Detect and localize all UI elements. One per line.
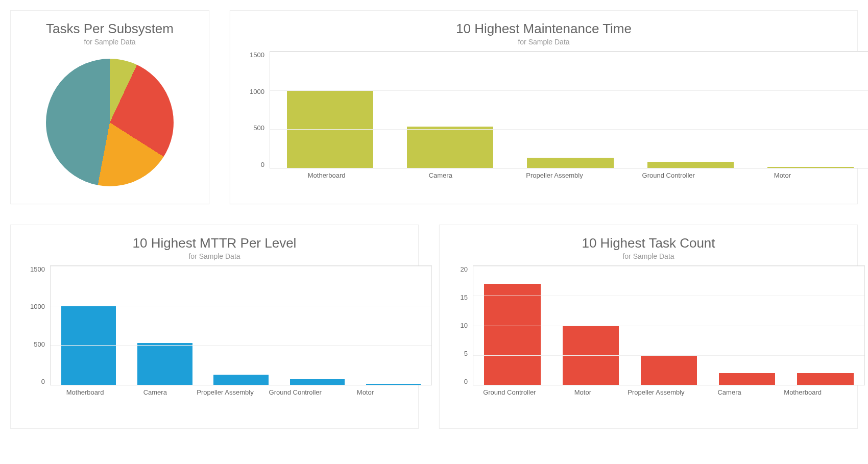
gridline — [270, 129, 868, 130]
y-tick-label: 1500 — [30, 265, 45, 273]
bar-slot — [751, 52, 868, 168]
x-tick-label: Propeller Assembly — [190, 388, 260, 396]
chart-title: Tasks Per Subsystem — [23, 21, 196, 37]
gridline — [473, 296, 864, 296]
bar — [407, 127, 493, 168]
chart-subtitle: for Sample Data — [23, 252, 405, 260]
y-tick-label: 15 — [461, 294, 468, 301]
bar-chart: 150010005000 — [50, 265, 432, 385]
x-tick-label: Camera — [120, 388, 190, 396]
x-tick-label: Motherboard — [766, 388, 839, 396]
gridline — [270, 52, 868, 52]
dashboard-row-1: Tasks Per Subsystem for Sample Data 10 H… — [10, 10, 858, 204]
y-tick-label: 0 — [261, 161, 264, 168]
y-tick-label: 5 — [464, 350, 468, 357]
y-tick-label: 1500 — [250, 51, 264, 59]
bar — [213, 375, 268, 385]
chart-subtitle: for Sample Data — [452, 252, 845, 260]
gridline — [473, 266, 864, 266]
bar — [719, 373, 775, 385]
bar-slot — [510, 52, 630, 168]
x-tick-label: Motor — [726, 172, 839, 179]
x-tick-label: Ground Controller — [260, 388, 330, 396]
bar-slot — [631, 52, 751, 168]
y-tick-label: 500 — [34, 340, 45, 348]
x-tick-label: Propeller Assembly — [497, 172, 611, 179]
y-tick-label: 20 — [461, 265, 468, 273]
dashboard: Tasks Per Subsystem for Sample Data 10 H… — [0, 0, 868, 439]
bar — [641, 355, 697, 385]
gridline — [270, 90, 868, 91]
chart-subtitle: for Sample Data — [243, 38, 845, 46]
bar-slot — [127, 266, 203, 385]
bar-chart: 150010005000 — [270, 51, 868, 168]
x-tick-label: Motor — [546, 388, 620, 396]
bar — [290, 379, 345, 385]
bar-chart: 20151050 — [473, 265, 865, 385]
gridline — [51, 306, 431, 306]
bar — [484, 284, 540, 385]
y-axis: 150010005000 — [243, 51, 268, 168]
x-tick-label: Motherboard — [50, 388, 120, 396]
bar-slot — [355, 266, 431, 385]
x-tick-label: Motherboard — [270, 172, 383, 179]
x-axis-labels: MotherboardCameraPropeller AssemblyGroun… — [270, 172, 839, 179]
panel-highest-maintenance-time: 10 Highest Maintenance Time for Sample D… — [230, 10, 858, 204]
bar — [527, 158, 613, 168]
panel-tasks-per-subsystem: Tasks Per Subsystem for Sample Data — [10, 10, 209, 204]
chart-title: 10 Highest MTTR Per Level — [23, 235, 405, 251]
y-tick-label: 0 — [41, 378, 45, 385]
x-tick-label: Motor — [330, 388, 400, 396]
plot-area — [270, 51, 868, 168]
x-tick-label: Camera — [693, 388, 766, 396]
gridline — [473, 355, 864, 356]
bar-slot — [279, 266, 355, 385]
y-axis: 20151050 — [452, 265, 471, 385]
bar-slot — [270, 52, 390, 168]
y-tick-label: 500 — [253, 124, 264, 132]
bars — [270, 52, 868, 168]
bar — [797, 373, 853, 385]
x-axis-labels: MotherboardCameraPropeller AssemblyGroun… — [50, 388, 400, 396]
y-tick-label: 10 — [461, 322, 468, 329]
bar — [366, 384, 421, 385]
plot-area — [473, 265, 865, 385]
gridline — [473, 326, 864, 326]
x-tick-label: Propeller Assembly — [619, 388, 693, 396]
bar — [137, 343, 192, 385]
pie-graphic — [46, 59, 174, 186]
chart-title: 10 Highest Maintenance Time — [243, 21, 845, 37]
y-tick-label: 1000 — [30, 303, 45, 310]
bar-slot — [390, 52, 510, 168]
bar — [767, 167, 854, 168]
y-axis: 150010005000 — [23, 265, 48, 385]
x-tick-label: Ground Controller — [473, 388, 546, 396]
x-tick-label: Camera — [383, 172, 497, 179]
bar-slot — [203, 266, 279, 385]
y-tick-label: 1000 — [250, 88, 264, 95]
pie-chart — [23, 51, 196, 194]
chart-subtitle: for Sample Data — [23, 38, 196, 46]
panel-highest-task-count: 10 Highest Task Count for Sample Data 20… — [439, 225, 858, 429]
bar — [647, 162, 734, 168]
bars — [51, 266, 431, 385]
plot-area — [50, 265, 432, 385]
panel-highest-mttr-per-level: 10 Highest MTTR Per Level for Sample Dat… — [10, 225, 419, 429]
y-tick-label: 0 — [464, 378, 468, 385]
chart-title: 10 Highest Task Count — [452, 235, 845, 251]
gridline — [51, 345, 431, 346]
bar-slot — [51, 266, 127, 385]
gridline — [51, 266, 431, 266]
dashboard-row-2: 10 Highest MTTR Per Level for Sample Dat… — [10, 225, 858, 429]
x-axis-labels: Ground ControllerMotorPropeller Assembly… — [473, 388, 839, 396]
x-tick-label: Ground Controller — [612, 172, 726, 179]
